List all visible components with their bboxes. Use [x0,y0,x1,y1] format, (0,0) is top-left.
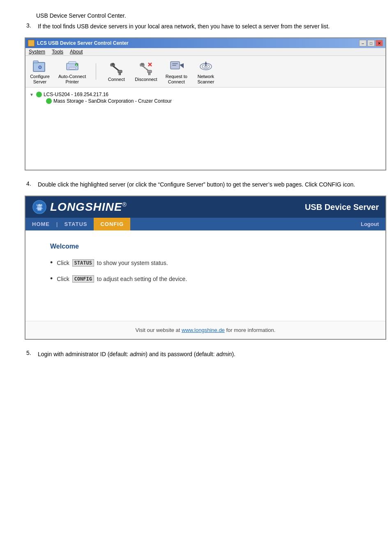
bullet1-pre: Click [57,260,69,266]
disconnect-icon [138,61,153,76]
step3-intro: USB Device Server Control Center. [36,12,376,19]
tree-server-status-icon [36,92,42,97]
network-scanner-button[interactable]: NetworkScanner [196,58,216,85]
step5-number: 5. [26,350,38,359]
lcs-toolbar: ⚙ ConfigureServer A Auto-ConnectPrinter [25,56,385,88]
lcs-titlebar: LCS USB Device Server Control Center – □… [25,38,385,48]
longshine-logo: USB LONGSHINE® [32,200,127,214]
minimize-button[interactable]: – [359,40,367,46]
svg-rect-4 [69,62,76,64]
step3-number: 3. [26,22,38,31]
svg-text:A: A [75,64,77,67]
svg-rect-25 [172,63,178,64]
longshine-window: USB LONGSHINE® USB Device Server HOME | … [25,196,386,340]
request-connect-icon [169,58,184,73]
footer-link[interactable]: www.longshine.de [182,327,225,333]
svg-rect-26 [172,65,176,66]
connect-button[interactable]: Connect [106,61,127,82]
tree-server-label: LCS-US204 - 169.254.217.16 [44,92,108,97]
lcs-content: ▼ LCS-US204 - 169.254.217.16 ► Mass Stor… [25,88,385,170]
step4-text: Double click the highlighted server (or … [38,180,355,189]
close-button[interactable]: ✕ [376,40,383,46]
bullet1-post: to show your system status. [97,260,168,266]
request-connect-label: Request toConnect [166,74,187,85]
tree-device-item[interactable]: ► Mass Storage - SanDisk Corporation - C… [39,98,381,104]
config-badge: CONFIG [72,275,94,283]
configure-server-icon: ⚙ [32,58,47,73]
welcome-bullet-1: Click STATUS to show your system status. [50,258,361,267]
configure-server-label: ConfigureServer [30,74,50,85]
step5-admin-password: admin [216,351,232,357]
auto-connect-printer-label: Auto-ConnectPrinter [58,74,86,85]
svg-rect-34 [37,207,41,211]
tree-expand-arrow: ▼ [30,92,34,97]
menu-about[interactable]: About [70,49,83,55]
menu-tools[interactable]: Tools [52,49,63,55]
svg-rect-5 [69,67,76,69]
step5-admin-id: admin [130,351,145,357]
svg-marker-27 [180,63,184,68]
longshine-footer: Visit our website at www.longshine.de fo… [25,321,385,339]
status-badge: STATUS [72,259,94,267]
svg-marker-32 [205,62,207,64]
disconnect-button[interactable]: Disconnect [135,61,157,82]
svg-rect-17 [148,70,152,73]
network-scanner-icon [198,58,213,73]
svg-text:⚙: ⚙ [38,64,42,70]
auto-connect-printer-icon: A [65,58,80,73]
tree-device-status-icon [46,98,52,104]
svg-rect-1 [33,61,38,63]
tree-device-label: Mass Storage - SanDisk Corporation - Cru… [53,98,172,104]
window-controls[interactable]: – □ ✕ [359,40,383,46]
longshine-body: Welcome Click STATUS to show your system… [25,230,385,321]
nav-config[interactable]: CONFIG [94,218,130,230]
bullet2-pre: Click [57,276,69,282]
lcs-menubar: System Tools About [25,48,385,56]
configure-server-button[interactable]: ⚙ ConfigureServer [30,58,50,85]
longshine-product-name: USB Device Server [305,203,379,212]
longshine-nav: HOME | STATUS CONFIG Logout [25,218,385,230]
svg-text:USB: USB [37,204,42,207]
nav-logout[interactable]: Logout [354,218,385,230]
tree-device-container: ► Mass Storage - SanDisk Corporation - C… [39,98,381,104]
lcs-titlebar-left: LCS USB Device Server Control Center [28,40,129,46]
longshine-brand-text: LONGSHINE® [50,200,127,214]
footer-post: for more information. [226,327,275,333]
restore-button[interactable]: □ [367,40,375,46]
welcome-title: Welcome [50,243,361,250]
toolbar-separator-1 [96,63,96,80]
bullet2-post: to adjust each setting of the device. [97,276,187,282]
auto-connect-printer-button[interactable]: A Auto-ConnectPrinter [58,58,86,85]
menu-system[interactable]: System [29,49,45,55]
svg-rect-10 [118,70,122,73]
nav-status[interactable]: STATUS [58,218,94,230]
network-scanner-label: NetworkScanner [197,74,214,85]
longshine-logo-icon: USB [32,200,47,214]
lcs-window: LCS USB Device Server Control Center – □… [25,37,386,170]
step4-number: 4. [26,180,38,189]
step5-text: Login with administrator ID (default: ad… [38,350,235,359]
nav-home[interactable]: HOME [25,218,56,230]
lcs-window-title: LCS USB Device Server Control Center [37,40,129,46]
request-connect-button[interactable]: Request toConnect [166,58,187,85]
lcs-app-icon [28,40,35,46]
footer-pre: Visit our website at [136,327,180,333]
tree-server-item[interactable]: ▼ LCS-US204 - 169.254.217.16 [30,92,381,97]
connect-icon [109,61,124,76]
longshine-header: USB LONGSHINE® USB Device Server [25,196,385,218]
connect-label: Connect [108,77,125,82]
welcome-bullet-2: Click CONFIG to adjust each setting of t… [50,274,361,283]
step3-text: If the tool finds USB device servers in … [38,22,330,31]
disconnect-label: Disconnect [135,77,157,82]
